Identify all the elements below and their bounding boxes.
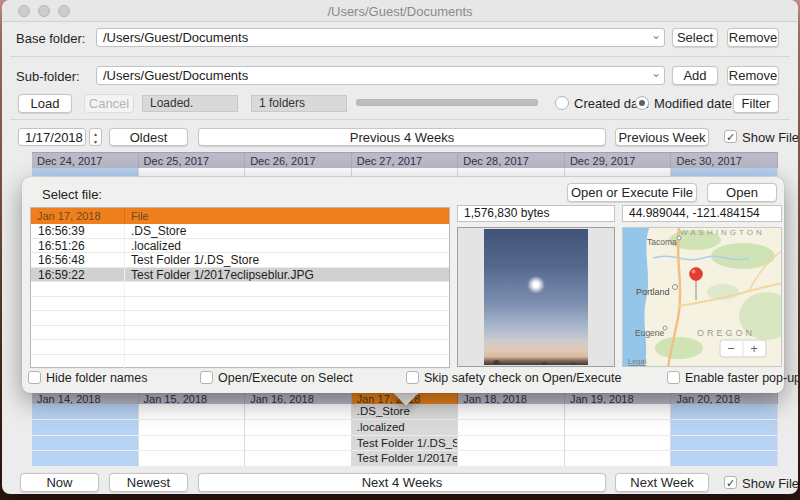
sub-remove-button[interactable]: Remove (727, 66, 779, 85)
load-progress-bar (356, 99, 538, 106)
sub-add-button[interactable]: Add (672, 66, 718, 85)
top-grid-header-cell[interactable]: Dec 28, 2017 (458, 152, 565, 168)
bottom-grid-cell[interactable] (671, 420, 778, 436)
sub-folder-combo[interactable]: /Users/Guest/Documents ⌄ (96, 66, 665, 85)
next-4-weeks-button[interactable]: Next 4 Weeks (198, 473, 606, 492)
bottom-grid-cell[interactable] (671, 451, 778, 467)
stepper-up-icon[interactable]: ▴ (90, 130, 101, 137)
top-grid-cell[interactable] (245, 168, 352, 177)
bottom-grid-cell[interactable] (32, 404, 139, 420)
file-name: .localized (125, 239, 449, 253)
top-grid-cell[interactable] (139, 168, 246, 177)
top-grid-header-cell[interactable]: Dec 30, 2017 (671, 152, 778, 168)
bottom-grid-cell[interactable] (458, 404, 565, 420)
option-checkbox[interactable] (667, 371, 680, 384)
bottom-grid-cell[interactable] (139, 451, 246, 467)
file-time: 16:56:48 (31, 253, 125, 267)
bottom-grid-cell[interactable] (245, 436, 352, 452)
bottom-grid-cell[interactable] (32, 451, 139, 467)
top-grid-cell[interactable] (32, 168, 139, 177)
option-checkbox[interactable] (200, 371, 213, 384)
bottom-grid-cell[interactable]: Test Folder 1/.DS_St... (352, 436, 459, 452)
bottom-grid-cell[interactable] (458, 436, 565, 452)
newest-button[interactable]: Newest (109, 473, 188, 492)
base-select-button[interactable]: Select (672, 28, 718, 47)
zoom-in-icon[interactable]: + (750, 341, 758, 356)
filter-button[interactable]: Filter (733, 94, 779, 113)
file-table-date-header[interactable]: Jan 17, 2018 (31, 208, 125, 224)
bottom-grid-cell[interactable] (139, 404, 246, 420)
date-stepper[interactable]: ▴ ▾ (89, 128, 102, 146)
next-week-button[interactable]: Next Week (615, 473, 709, 492)
bottom-grid-cell[interactable] (139, 420, 246, 436)
file-table-row[interactable]: 16:51:26.localized (31, 239, 449, 254)
previous-week-button[interactable]: Previous Week (615, 128, 709, 146)
previous-4-weeks-button[interactable]: Previous 4 Weeks (198, 128, 606, 146)
top-grid-cell[interactable] (565, 168, 672, 177)
file-table-header[interactable]: Jan 17, 2018 File (31, 208, 449, 224)
option-checkbox-label: Skip safety check on Open/Execute (424, 371, 621, 385)
bottom-grid-cell[interactable] (565, 436, 672, 452)
top-grid-header-cell[interactable]: Dec 27, 2017 (352, 152, 459, 168)
created-date-radio[interactable] (555, 96, 569, 110)
stepper-down-icon[interactable]: ▾ (90, 138, 101, 145)
top-grid-header-cell[interactable]: Dec 26, 2017 (245, 152, 352, 168)
bottom-grid-cell[interactable] (458, 451, 565, 467)
top-grid-header-cell[interactable]: Dec 25, 2017 (139, 152, 246, 168)
file-table-row[interactable]: 16:56:39.DS_Store (31, 224, 449, 239)
bottom-grid-body: .DS_Store.localizedTest Folder 1/.DS_St.… (32, 404, 778, 467)
bottom-grid-cell[interactable] (565, 420, 672, 436)
bottom-grid-cell[interactable]: Test Folder 1/2017e... (352, 451, 459, 467)
file-table-empty-row[interactable] (31, 282, 449, 297)
bottom-grid-cell[interactable] (565, 451, 672, 467)
bottom-grid-cell[interactable] (671, 436, 778, 452)
file-table-file-header[interactable]: File (125, 208, 449, 224)
bottom-grid-cell[interactable] (245, 451, 352, 467)
bottom-grid-cell[interactable] (245, 420, 352, 436)
window-title: /Users/Guest/Documents (2, 4, 798, 19)
open-folder-button[interactable]: Open Folder (707, 183, 777, 202)
map-label-tacoma: Tacoma (647, 237, 677, 247)
file-table-empty-row[interactable] (31, 355, 449, 370)
map-zoom-control[interactable]: − + (720, 340, 766, 357)
show-files-bottom-checkbox[interactable]: ✓ (724, 476, 737, 489)
top-grid-cell[interactable] (671, 168, 778, 177)
top-grid-header-cell[interactable]: Dec 29, 2017 (565, 152, 672, 168)
bottom-grid-cell[interactable] (32, 420, 139, 436)
oldest-button[interactable]: Oldest (109, 128, 188, 146)
top-grid-cell[interactable] (458, 168, 565, 177)
file-table-row[interactable]: 16:59:22Test Folder 1/2017eclipseblur.JP… (31, 268, 449, 283)
bottom-grid-cell[interactable] (458, 420, 565, 436)
file-table-row[interactable]: 16:56:48Test Folder 1/.DS_Store (31, 253, 449, 268)
zoom-out-icon[interactable]: − (727, 341, 735, 356)
file-table-empty-row[interactable] (31, 326, 449, 341)
base-remove-button[interactable]: Remove (727, 28, 779, 47)
date-input[interactable]: 1/17/2018 (18, 128, 86, 146)
file-table-empty-row[interactable] (31, 340, 449, 355)
modified-date-radio[interactable] (635, 96, 649, 110)
file-table-empty-row[interactable] (31, 311, 449, 326)
base-folder-label: Base folder: (16, 31, 85, 46)
base-folder-combo[interactable]: /Users/Guest/Documents ⌄ (96, 28, 665, 47)
open-or-execute-button[interactable]: Open or Execute File (567, 183, 697, 202)
folder-count: 1 folders (251, 95, 347, 112)
bottom-grid-row: Test Folder 1/.DS_St... (32, 436, 778, 452)
top-grid-cell[interactable] (352, 168, 459, 177)
file-table-empty-row[interactable] (31, 297, 449, 312)
cancel-button[interactable]: Cancel (84, 94, 134, 113)
bottom-grid-cell[interactable]: .DS_Store (352, 404, 459, 420)
load-button[interactable]: Load (18, 94, 72, 113)
option-checkbox[interactable] (28, 371, 41, 384)
bottom-grid-cell[interactable] (139, 436, 246, 452)
top-grid-header-cell[interactable]: Dec 24, 2017 (32, 152, 139, 168)
map-legal-link[interactable]: Legal (628, 357, 647, 366)
bottom-grid-cell[interactable] (671, 404, 778, 420)
now-button[interactable]: Now (20, 473, 99, 492)
bottom-grid-cell[interactable]: .localized (352, 420, 459, 436)
bottom-grid-cell[interactable] (565, 404, 672, 420)
bottom-grid-cell[interactable] (32, 436, 139, 452)
map-svg: WASHINGTON Tacoma Portland Eugene OREGON… (623, 228, 782, 367)
show-files-top-checkbox[interactable]: ✓ (724, 130, 737, 143)
option-checkbox[interactable] (406, 371, 419, 384)
bottom-grid-cell[interactable] (245, 404, 352, 420)
